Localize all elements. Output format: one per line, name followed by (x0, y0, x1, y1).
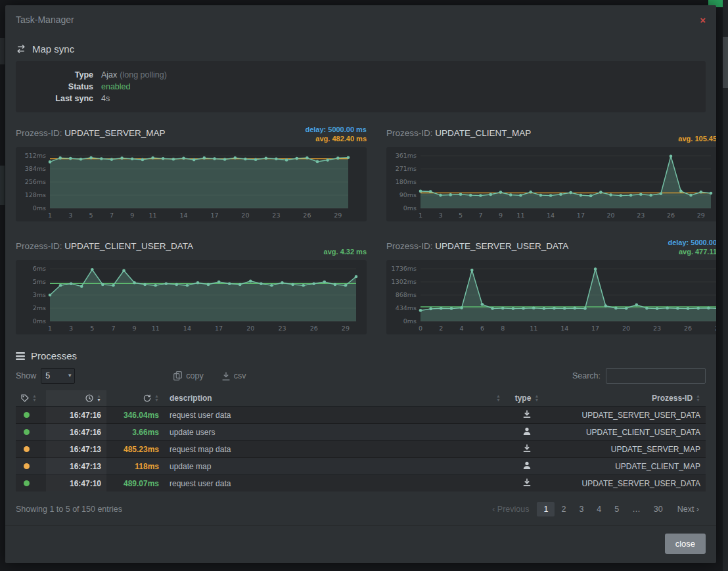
svg-text:29: 29 (715, 325, 716, 332)
sync-arrows-icon (16, 45, 26, 53)
svg-text:9: 9 (130, 212, 134, 219)
page-length-control: Show 5 ▼ (16, 368, 75, 384)
svg-text:17: 17 (591, 325, 599, 332)
svg-text:0ms: 0ms (403, 204, 417, 212)
status-cell (16, 458, 46, 475)
copy-button[interactable]: copy (173, 371, 203, 380)
svg-text:7: 7 (110, 212, 114, 219)
pagination-next[interactable]: Next (671, 502, 706, 516)
svg-text:6: 6 (480, 325, 484, 332)
pagination-page[interactable]: 5 (608, 502, 626, 516)
svg-text:11: 11 (152, 325, 160, 332)
process-table: description type Prozess-ID (16, 390, 706, 491)
search-label: Search: (572, 371, 601, 380)
delay-stat: delay: 5000.00 ms (668, 239, 716, 246)
svg-text:26: 26 (667, 212, 675, 219)
header-duration[interactable] (106, 390, 164, 407)
svg-text:868ms: 868ms (396, 291, 417, 298)
svg-text:29: 29 (342, 325, 350, 332)
sort-icon (32, 394, 37, 402)
status-dot (24, 463, 30, 469)
description-cell: update map (164, 458, 506, 475)
search-input[interactable] (606, 368, 706, 384)
table-row[interactable]: 16:47:13 118ms update map UPDATE_CLIENT_… (16, 458, 706, 475)
svg-text:23: 23 (278, 325, 286, 332)
chart-title: Prozess-ID: UPDATE_CLIENT_MAP (386, 128, 531, 138)
field-label: Status (25, 81, 93, 93)
chart-svg: 0ms2ms3ms5ms6ms1357911141720232629 (20, 263, 363, 333)
pagination-page[interactable]: 3 (572, 502, 590, 516)
chart-update-server-map: Prozess-ID: UPDATE_SERVER_MAP delay: 500… (16, 122, 367, 221)
pagination-pages: 12345…30 (537, 505, 669, 514)
background-artifact (0, 38, 5, 64)
svg-text:26: 26 (303, 212, 311, 219)
svg-text:14: 14 (183, 325, 191, 332)
pagination-previous[interactable]: Previous (486, 502, 535, 516)
header-description[interactable]: description (164, 390, 506, 407)
chart-stats: avg. 4.32 ms (324, 236, 367, 256)
table-row[interactable]: 16:47:13 485.23ms request map data UPDAT… (16, 441, 706, 458)
prozess-id-cell: UPDATE_CLIENT_MAP (548, 458, 706, 475)
svg-text:6ms: 6ms (33, 265, 46, 272)
svg-text:2: 2 (439, 325, 443, 332)
svg-text:271ms: 271ms (396, 165, 417, 172)
duration-cell: 346.04ms (106, 407, 164, 424)
svg-text:20: 20 (241, 212, 249, 219)
pagination-ellipsis: … (626, 502, 647, 516)
status-cell (16, 441, 46, 458)
svg-text:8: 8 (501, 325, 505, 332)
time-cell: 16:47:10 (46, 475, 106, 492)
svg-text:29: 29 (697, 212, 705, 219)
status-cell (16, 407, 46, 424)
process-table-body: 16:47:16 346.04ms request user data UPDA… (16, 407, 706, 492)
svg-text:0ms: 0ms (33, 317, 46, 325)
svg-text:5ms: 5ms (33, 278, 46, 285)
prozess-id-cell: UPDATE_SERVER_USER_DATA (548, 407, 706, 424)
svg-text:23: 23 (637, 212, 645, 219)
close-button[interactable]: close (665, 534, 706, 554)
field-value: Ajax(long polling) (101, 69, 167, 81)
avg-stat: avg. 4.32 ms (324, 248, 367, 256)
task-manager-modal: Task-Manager × Map sync Type Ajax(long p… (5, 5, 716, 563)
status-dot (24, 480, 30, 486)
pagination-page[interactable]: 1 (537, 502, 555, 516)
scrollbar-thumb[interactable] (723, 37, 728, 88)
header-status[interactable] (16, 390, 46, 407)
type-cell (506, 407, 548, 424)
page-length-select[interactable]: 5 (41, 368, 75, 384)
pagination-page[interactable]: 2 (555, 502, 572, 516)
table-row[interactable]: 16:47:16 346.04ms request user data UPDA… (16, 407, 706, 424)
download-icon (222, 372, 230, 380)
svg-text:17: 17 (210, 212, 218, 219)
status-value: enabled (101, 81, 131, 93)
pagination-page[interactable]: 30 (647, 502, 670, 516)
csv-button[interactable]: csv (222, 371, 246, 380)
chart-update-server-user-data: Prozess-ID: UPDATE_SERVER_USER_DATA dela… (386, 235, 716, 334)
svg-text:14: 14 (547, 212, 555, 219)
avg-stat: avg. 482.40 ms (315, 135, 367, 143)
pagination-page[interactable]: 4 (590, 502, 608, 516)
svg-text:0ms: 0ms (33, 204, 46, 212)
header-prozess-id[interactable]: Prozess-ID (548, 390, 706, 407)
svg-text:2ms: 2ms (33, 304, 46, 311)
background-artifact (0, 166, 5, 205)
table-row[interactable]: 16:47:16 3.66ms update users UPDATE_CLIE… (16, 424, 706, 441)
header-time[interactable] (46, 390, 106, 407)
table-row[interactable]: 16:47:10 489.07ms request user data UPDA… (16, 475, 706, 492)
field-label: Last sync (25, 93, 93, 104)
page-scrollbar[interactable] (723, 0, 728, 571)
svg-text:1302ms: 1302ms (392, 278, 417, 285)
map-sync-title: Map sync (32, 43, 74, 55)
sort-icon (696, 394, 700, 402)
chart-stats: delay: 5000.00 ms avg. 482.40 ms (305, 123, 367, 143)
chart-title: Prozess-ID: UPDATE_SERVER_USER_DATA (386, 241, 568, 251)
close-icon[interactable]: × (700, 15, 706, 25)
description-cell: request user data (164, 407, 506, 424)
time-cell: 16:47:16 (46, 407, 106, 424)
svg-text:14: 14 (179, 212, 187, 219)
type-cell (506, 458, 548, 475)
header-type[interactable]: type (506, 390, 548, 407)
duration-cell: 485.23ms (106, 441, 164, 458)
svg-text:361ms: 361ms (396, 152, 417, 159)
svg-text:20: 20 (607, 212, 615, 219)
